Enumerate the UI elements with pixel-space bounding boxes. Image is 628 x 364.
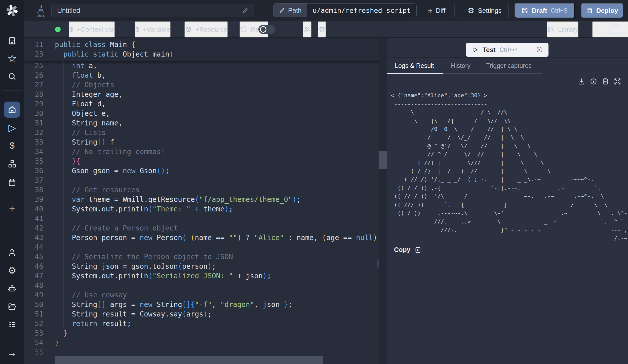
vertical-scrollbar[interactable] <box>379 38 387 364</box>
collaborators-button[interactable] <box>303 21 311 37</box>
add-context-var-button[interactable]: $ +Context var <box>69 21 115 37</box>
code-line-44[interactable]: 44 <box>24 243 387 252</box>
star-icon: ☆ <box>7 53 17 64</box>
sidebar-item-variables[interactable]: $ <box>10 141 15 150</box>
code-line-23[interactable]: 23 public static Object main( <box>24 50 387 59</box>
code-line-11[interactable]: 11public class Main { <box>24 40 387 50</box>
search-icon <box>8 72 16 81</box>
line-number: 39 <box>24 195 43 204</box>
code-line-35[interactable]: 35 ){ <box>24 157 387 166</box>
vscode-icon <box>593 26 598 33</box>
code-line-48[interactable]: 48 <box>24 281 387 290</box>
tab-history[interactable]: History <box>451 62 470 69</box>
home-icon <box>8 105 17 114</box>
sidebar-item-audit-logs[interactable] <box>8 320 16 329</box>
code-line-28[interactable]: 28 Integer age, <box>24 90 387 99</box>
sticky-scroll-header[interactable]: 11public class Main {23 public static Ob… <box>24 38 387 61</box>
svg-text:Java: Java <box>37 13 45 17</box>
code-line-52[interactable]: 52 return result; <box>24 319 387 329</box>
settings-button[interactable]: ⚙ Settings <box>461 3 508 18</box>
diff-button[interactable]: ± Diff <box>419 3 455 18</box>
copy-result-button[interactable]: Copy <box>394 246 421 254</box>
robot-icon <box>8 284 16 293</box>
line-number: 43 <box>24 233 43 243</box>
dollar-icon: $ <box>69 26 73 33</box>
code-line-41[interactable]: 41 <box>24 214 387 223</box>
line-content: // No trailing commas! <box>55 147 165 157</box>
code-line-45[interactable]: 45 // Serialize the Person object to JSO… <box>24 252 387 262</box>
path-label: Path <box>273 4 307 17</box>
add-variable-button[interactable]: $ +Variable <box>135 21 171 37</box>
code-line-46[interactable]: 46 String json = gson.toJson(person); <box>24 262 387 271</box>
code-line-55[interactable]: 55 <box>24 348 387 357</box>
code-line-49[interactable]: 49 // Use cowsay <box>24 290 387 300</box>
deploy-button[interactable]: Deploy <box>581 3 623 18</box>
edit-pencil-icon <box>279 7 285 13</box>
code-line-50[interactable]: 50 String[] args = new String[]{"-f", "d… <box>24 300 387 309</box>
code-line-33[interactable]: 33 String[] f <box>24 138 387 147</box>
code-line-54[interactable]: 54} <box>24 338 387 348</box>
code-line-42[interactable]: 42 // Create a Person object <box>24 223 387 233</box>
vertical-scrollbar-thumb[interactable] <box>379 151 387 169</box>
sidebar-item-schedules[interactable] <box>8 178 16 187</box>
code-line-37[interactable]: 37 <box>24 176 387 185</box>
tab-logs-result[interactable]: Logs & Result <box>395 62 434 69</box>
code-line-29[interactable]: 29 Float d, <box>24 99 387 109</box>
sidebar-item-runs[interactable]: ▷ <box>8 123 16 132</box>
line-number: 52 <box>24 319 43 329</box>
line-number: 30 <box>24 109 43 118</box>
line-content: // Serialize the Person object to JSON <box>55 252 233 262</box>
code-line-40[interactable]: 40 System.out.println("Theme: " + theme)… <box>24 204 387 214</box>
code-line-39[interactable]: 39 var theme = Wmill.getResource("f/app_… <box>24 195 387 204</box>
code-line-51[interactable]: 51 String result = Cowsay.say(args); <box>24 309 387 319</box>
sidebar-item-workers[interactable] <box>8 284 16 293</box>
line-number: 37 <box>24 176 43 185</box>
line-number: 41 <box>24 214 43 223</box>
sidebar-item-search[interactable] <box>8 72 16 81</box>
line-number: 27 <box>24 80 43 90</box>
windmill-logo[interactable] <box>6 5 18 16</box>
code-line-47[interactable]: 47 System.out.println("Serialized JSON: … <box>24 271 387 281</box>
sidebar-item-home[interactable] <box>4 102 20 118</box>
sidebar-item-workspace[interactable] <box>8 36 16 45</box>
windmill-script-editor: ☆ ▷ $ + ⚙ <box>0 0 628 364</box>
code-line-27[interactable]: 27 // Objects <box>24 80 387 90</box>
line-number: 55 <box>24 348 43 357</box>
line-number: 49 <box>24 290 43 300</box>
line-content: ){ <box>55 157 80 166</box>
sidebar-item-folders[interactable] <box>8 302 16 311</box>
line-content: // Use cowsay <box>55 290 127 300</box>
horizontal-scrollbar-thumb[interactable] <box>55 356 323 364</box>
sidebar-item-add[interactable]: + <box>9 203 15 213</box>
library-button[interactable]: Library <box>547 21 578 37</box>
diff-mode-toggle[interactable] <box>258 25 275 34</box>
sidebar-item-resources[interactable] <box>8 159 17 168</box>
draft-button[interactable]: Draft Ctrl+S <box>515 3 575 18</box>
pinwheel-icon <box>6 5 18 16</box>
tab-trigger-captures[interactable]: Trigger captures <box>486 62 532 69</box>
test-button[interactable]: Test <box>483 46 496 54</box>
sidebar-item-account[interactable] <box>8 248 16 257</box>
code-line-32[interactable]: 32 // Lists <box>24 128 387 138</box>
sidebar-collapse[interactable]: → <box>8 348 17 357</box>
editor-settings-button[interactable]: ⚙ <box>318 21 326 37</box>
sidebar-item-favorites[interactable]: ☆ <box>7 53 17 64</box>
code-line-53[interactable]: 53 } <box>24 329 387 338</box>
script-title-input[interactable]: Untitled <box>51 4 254 17</box>
use-vscode-button[interactable]: Use VScode <box>592 21 628 37</box>
sidebar-item-settings[interactable]: ⚙ <box>8 266 16 275</box>
code-line-34[interactable]: 34 // No trailing commas! <box>24 147 387 157</box>
code-line-31[interactable]: 31 String name, <box>24 118 387 128</box>
capture-test-button[interactable] <box>530 43 548 57</box>
code-editor[interactable]: 25 int a,26 float b,27 // Objects28 Inte… <box>24 38 387 364</box>
code-line-43[interactable]: 43 Person person = new Person( (name == … <box>24 233 387 243</box>
add-resource-button[interactable]: +Resource <box>184 21 228 37</box>
code-line-36[interactable]: 36 Gson gson = new Gson(); <box>24 166 387 176</box>
path-field[interactable]: Path u/admin/refreshed_script <box>273 3 417 17</box>
line-content: Gson gson = new Gson(); <box>55 166 169 176</box>
code-line-30[interactable]: 30 Object e, <box>24 109 387 118</box>
line-content: public static Object main( <box>55 50 174 59</box>
code-line-26[interactable]: 26 float b, <box>24 71 387 80</box>
code-line-38[interactable]: 38 // Get resources <box>24 185 387 195</box>
code-line-25[interactable]: 25 int a, <box>24 61 387 71</box>
